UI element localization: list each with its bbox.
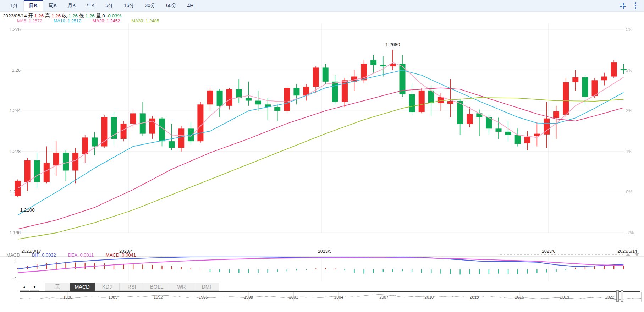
navigator-year-label: 2013 (470, 295, 479, 299)
svg-text:1.244: 1.244 (10, 108, 21, 113)
ma-label: MA30: 1.2485 (132, 18, 159, 23)
ohlc-value: 0 (102, 13, 105, 18)
svg-text:1.228: 1.228 (10, 149, 21, 154)
panel-expand-button[interactable]: ▲ (20, 283, 29, 291)
period-toolbar: 1分日K周K月K年K5分15分30分60分4H (0, 0, 644, 12)
x-axis-label: 2023/6 (542, 249, 555, 254)
candlestick-chart-svg: 1.2765%1.263%1.2442%1.2281%1.2120%1.196-… (0, 23, 644, 246)
svg-text:2%: 2% (626, 108, 632, 113)
ohlc-value: 1.26 (51, 13, 61, 18)
svg-text:0%: 0% (626, 190, 632, 195)
navigator-year-label: 2019 (560, 295, 569, 299)
svg-text:-2%: -2% (626, 230, 634, 235)
period-tab-月K[interactable]: 月K (62, 0, 81, 11)
indicator-tab-KDJ[interactable]: KDJ (95, 283, 120, 291)
indicator-tab-无[interactable]: 无 (45, 283, 70, 291)
ohlc-value: 1.26 (34, 13, 44, 18)
period-tab-周K[interactable]: 周K (43, 0, 62, 11)
navigator-year-label: 2007 (379, 295, 389, 299)
macd-chart-svg (0, 257, 644, 281)
svg-text:1.196: 1.196 (10, 230, 21, 235)
dif-value: DIF: 0.0032 (32, 252, 56, 258)
toolbar-icons (619, 0, 644, 11)
ohlc-value: 1.26 (85, 13, 94, 18)
collapse-icon[interactable] (619, 2, 626, 9)
ohlc-label: 量 (96, 13, 101, 18)
period-tab-15分[interactable]: 15分 (119, 0, 140, 11)
quote-date: 2023/06/14 (3, 13, 27, 18)
history-navigator[interactable]: 1986198919921995199820012004200720102013… (20, 292, 642, 302)
svg-text:1.2100: 1.2100 (20, 207, 34, 213)
ohlc-label: 高 (45, 13, 50, 18)
ohlc-value: 1.26 (68, 13, 78, 18)
x-axis-label: 2023/6/14 (617, 249, 637, 254)
period-tabs: 1分日K周K月K年K5分15分30分60分4H (5, 0, 199, 11)
ohlc-label: 低 (79, 13, 84, 18)
navigator-year-label: 1986 (63, 295, 72, 299)
ohlc-label: 开 (28, 13, 33, 18)
navigator-year-label: 1992 (154, 295, 163, 299)
indicator-tab-BOLL[interactable]: BOLL (144, 283, 169, 291)
macd-value: MACD: 0.0041 (106, 252, 136, 258)
main-chart[interactable]: 1.2765%1.263%1.2442%1.2281%1.2120%1.196-… (0, 23, 644, 246)
indicator-tab-MACD[interactable]: MACD (70, 283, 95, 291)
ma-label: MA5: 1.2572 (17, 18, 42, 23)
ma-label: MA10: 1.2512 (54, 18, 81, 23)
indicator-tabs: 无MACDKDJRSIBOLLWRDMI (45, 283, 219, 291)
indicator-tab-WR[interactable]: WR (169, 283, 194, 291)
macd-panel-label: MACD (6, 252, 20, 258)
indicator-tab-RSI[interactable]: RSI (120, 283, 144, 291)
period-tab-4H[interactable]: 4H (182, 0, 199, 11)
navigator-year-label: 1998 (244, 295, 253, 299)
ma-values: MA5: 1.2572MA10: 1.2512MA20: 1.2452MA30:… (17, 18, 170, 23)
change-percent: -0.03% (106, 13, 122, 18)
quote-info-bar: 2023/06/14开1.26高1.26收1.26低1.26量0-0.03% M… (0, 12, 644, 23)
period-tab-5分[interactable]: 5分 (100, 0, 119, 11)
ohlc-label: 收 (62, 13, 67, 18)
svg-text:1.26: 1.26 (12, 68, 21, 73)
macd-panel[interactable] (0, 257, 644, 281)
ma-label: MA20: 1.2452 (93, 18, 120, 23)
more-menu-icon[interactable] (632, 2, 639, 9)
navigator-year-label: 2016 (515, 295, 524, 299)
dea-value: DEA: 0.0011 (68, 252, 94, 258)
panel-collapse-button[interactable]: ▼ (30, 283, 39, 291)
period-tab-1分[interactable]: 1分 (5, 0, 23, 11)
navigator-year-label: 2022 (605, 295, 615, 299)
navigator-left-handle[interactable] (616, 290, 619, 302)
indicator-tab-row: ▲ ▼ 无MACDKDJRSIBOLLWRDMI (20, 282, 219, 291)
navigator-right-handle[interactable] (621, 290, 623, 302)
svg-text:1.276: 1.276 (10, 27, 21, 32)
navigator-year-label: 2010 (425, 295, 434, 299)
indicator-tab-DMI[interactable]: DMI (194, 283, 219, 291)
navigator-year-label: 2004 (334, 295, 343, 299)
horizontal-scrollbar[interactable] (499, 254, 623, 255)
svg-text:1.2680: 1.2680 (385, 42, 400, 47)
period-tab-30分[interactable]: 30分 (139, 0, 161, 11)
x-axis-label: 2023/5 (318, 249, 331, 254)
svg-text:3%: 3% (626, 68, 632, 73)
period-tab-60分[interactable]: 60分 (161, 0, 182, 11)
macd-readout: MACD DIF: 0.0032 DEA: 0.0011 MACD: 0.004… (6, 252, 147, 258)
navigator-year-label: 1995 (199, 295, 208, 299)
svg-text:5%: 5% (626, 27, 632, 32)
period-tab-年K[interactable]: 年K (81, 0, 100, 11)
navigator-year-label: 1989 (109, 295, 118, 299)
svg-text:1%: 1% (626, 149, 632, 154)
chart-application: 1分日K周K月K年K5分15分30分60分4H 2023/06/14开1.26高… (0, 0, 644, 312)
period-tab-日K[interactable]: 日K (23, 0, 43, 11)
navigator-year-label: 2001 (289, 295, 298, 299)
